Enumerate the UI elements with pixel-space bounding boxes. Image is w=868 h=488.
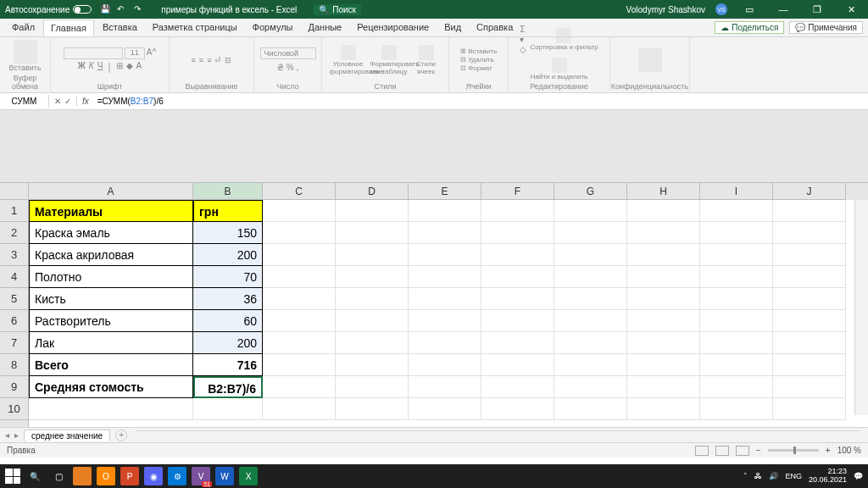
taskbar-taskview-icon[interactable]: ▢ [49,467,68,485]
cell-G2[interactable] [554,222,627,244]
view-page-layout-button[interactable] [715,446,729,456]
row-header-3[interactable]: 3 [0,244,28,266]
user-avatar[interactable]: VS [715,3,727,15]
cell-A9[interactable]: Средняя стомость [29,376,193,398]
cell-F7[interactable] [481,332,554,354]
cell-A7[interactable]: Лак [29,332,193,354]
cell-D6[interactable] [336,310,409,332]
cell-D9[interactable] [336,376,409,398]
column-header-H[interactable]: H [627,183,700,200]
conditional-format-button[interactable]: Условное форматирование [330,45,367,75]
ribbon-tab-вставка[interactable]: Вставка [96,19,144,36]
redo-icon[interactable]: ↷ [134,4,144,14]
select-all-corner[interactable] [0,183,28,200]
cell-A6[interactable]: Растворитель [29,310,193,332]
italic-button[interactable]: К [89,61,94,73]
cell-J5[interactable] [773,288,846,310]
cell-B5[interactable]: 36 [193,288,263,310]
font-size-combo[interactable]: 11 [125,47,145,59]
ribbon-tab-справка[interactable]: Справка [470,19,520,36]
cell-B10[interactable] [193,398,263,420]
sensitivity-icon[interactable] [638,48,662,72]
cell-C3[interactable] [263,244,336,266]
underline-button[interactable]: Ч [97,61,103,73]
number-format-combo[interactable]: Числовой [260,47,316,59]
cell-C9[interactable] [263,376,336,398]
cell-I9[interactable] [700,376,773,398]
cell-G10[interactable] [554,398,627,420]
cell-C10[interactable] [263,398,336,420]
taskbar-excel-icon[interactable]: X [239,467,258,485]
font-color-icon[interactable]: A [136,61,142,73]
cell-G4[interactable] [554,266,627,288]
cell-styles-button[interactable]: Стили ячеек [411,45,442,75]
cell-D7[interactable] [336,332,409,354]
zoom-out-button[interactable]: − [756,446,761,455]
horizontal-scrollbar[interactable] [136,430,860,441]
cell-C4[interactable] [263,266,336,288]
cell-I1[interactable] [700,200,773,222]
column-header-I[interactable]: I [700,183,773,200]
autosum-icon[interactable]: Σ [520,25,526,34]
taskbar-discord-icon[interactable]: ◉ [144,467,163,485]
find-select-button[interactable]: Найти и выделить [531,58,588,80]
clear-icon[interactable]: ◇ [520,45,526,54]
font-family-combo[interactable] [64,47,123,59]
cell-C7[interactable] [263,332,336,354]
row-header-8[interactable]: 8 [0,354,28,376]
ribbon-options-icon[interactable]: ▭ [737,4,761,15]
formula-input[interactable]: =СУММ(B2:B7)/6 [94,97,868,106]
sheet-nav-prev[interactable]: ◂ [5,430,9,440]
save-icon[interactable]: 💾 [100,4,110,14]
cell-D5[interactable] [336,288,409,310]
cell-J9[interactable] [773,376,846,398]
cell-J2[interactable] [773,222,846,244]
comma-icon[interactable]: , [297,63,299,72]
sheet-tab-active[interactable]: среднее значение [24,430,110,441]
cell-I3[interactable] [700,244,773,266]
cell-J7[interactable] [773,332,846,354]
vertical-scrollbar[interactable] [854,200,868,415]
cell-B9[interactable]: B2:B7)/6 [193,376,263,398]
tray-network-icon[interactable]: 🖧 [754,472,762,480]
wrap-text-icon[interactable]: ⏎ [214,56,221,64]
cell-H7[interactable] [627,332,700,354]
tray-notifications-icon[interactable]: 💬 [854,472,863,480]
cell-I4[interactable] [700,266,773,288]
cell-H5[interactable] [627,288,700,310]
cell-J6[interactable] [773,310,846,332]
minimize-button[interactable]: — [771,4,795,14]
row-header-10[interactable]: 10 [0,398,28,420]
cell-J8[interactable] [773,354,846,376]
align-icon[interactable]: ≡ [207,56,211,64]
view-normal-button[interactable] [695,446,709,456]
ribbon-tab-главная[interactable]: Главная [43,19,94,36]
zoom-in-button[interactable]: + [826,446,831,455]
cell-F4[interactable] [481,266,554,288]
cell-D8[interactable] [336,354,409,376]
cell-I7[interactable] [700,332,773,354]
cell-G5[interactable] [554,288,627,310]
tray-language[interactable]: ENG [785,472,802,480]
row-header-5[interactable]: 5 [0,288,28,310]
cell-H2[interactable] [627,222,700,244]
close-button[interactable]: ✕ [839,4,863,15]
row-header-7[interactable]: 7 [0,332,28,354]
cell-G3[interactable] [554,244,627,266]
taskbar-word-icon[interactable]: W [215,467,234,485]
cell-H1[interactable] [627,200,700,222]
zoom-slider[interactable] [768,449,819,452]
cell-B4[interactable]: 70 [193,266,263,288]
row-header-6[interactable]: 6 [0,310,28,332]
cell-J4[interactable] [773,266,846,288]
cell-G8[interactable] [554,354,627,376]
cell-E8[interactable] [409,354,481,376]
cell-G1[interactable] [554,200,627,222]
cell-B3[interactable]: 200 [193,244,263,266]
cell-I10[interactable] [700,398,773,420]
fx-button[interactable]: fx [77,97,94,106]
cell-D10[interactable] [336,398,409,420]
cell-F5[interactable] [481,288,554,310]
cell-I8[interactable] [700,354,773,376]
format-as-table-button[interactable]: Форматировать как таблицу [370,45,408,75]
